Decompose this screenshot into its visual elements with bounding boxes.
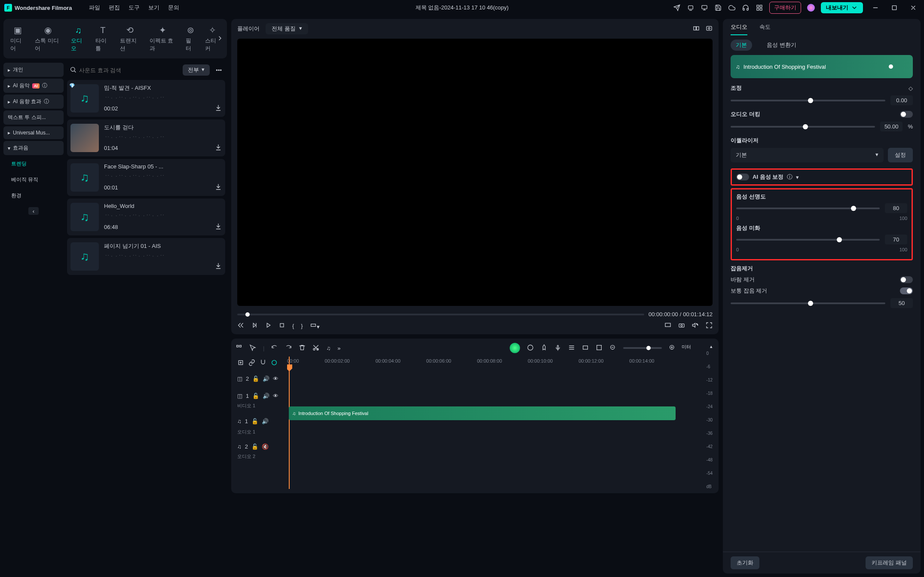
sidebar-collapse-button[interactable]: ‹ (28, 207, 39, 215)
list-item[interactable]: 도시를 걷다⠐⠂⠄⠠⠐⠂⠄⠠⠐⠂⠄⠠⠐⠂⠄⠠⠐⠂01:04 (67, 119, 225, 156)
subtab-basic[interactable]: 기본 (731, 40, 752, 51)
track-head-a2[interactable]: ♫2🔓🔇 (236, 438, 287, 455)
nav-next-icon[interactable] (217, 35, 223, 43)
more-options-button[interactable]: ••• (213, 65, 224, 75)
track-head-v1[interactable]: ◫1🔓🔊👁 (236, 387, 287, 404)
stop-button[interactable] (278, 322, 285, 330)
menu-view[interactable]: 보기 (148, 4, 159, 12)
clarity-value[interactable]: 80 (885, 203, 907, 213)
sidebar-ai-sfx[interactable]: ▸AI 음향 효과ⓘ (3, 95, 64, 109)
link-button[interactable] (248, 359, 255, 367)
track-head-a1[interactable]: ♫1🔓🔊 (236, 412, 287, 430)
download-icon[interactable] (215, 183, 222, 192)
adjust-slider[interactable] (731, 100, 885, 101)
normal-noise-toggle[interactable] (900, 287, 913, 294)
menu-edit[interactable]: 편집 (109, 4, 120, 12)
grid-tool[interactable] (236, 344, 242, 352)
cursor-tool[interactable] (249, 344, 256, 352)
eq-settings-button[interactable]: 설정 (888, 148, 913, 162)
tab-media[interactable]: ▣미디어 (7, 23, 29, 54)
sidebar-universal[interactable]: ▸Universal Mus... (3, 126, 64, 139)
minimize-button[interactable] (869, 3, 882, 13)
adjust-value[interactable]: 0.00 (890, 95, 913, 105)
purchase-button[interactable]: 구매하기 (769, 2, 801, 14)
display-settings-button[interactable] (664, 322, 671, 330)
normal-noise-value[interactable]: 50 (890, 298, 913, 308)
camera-icon[interactable] (678, 322, 685, 330)
keyframe-panel-button[interactable]: 키프레임 패널 (866, 556, 913, 569)
delete-button[interactable] (299, 344, 306, 352)
keyframe-diamond-icon[interactable]: ◇ (909, 85, 913, 92)
sort-icon[interactable]: ▴ (710, 344, 713, 350)
mark-in-button[interactable]: { (292, 323, 294, 329)
tab-audio[interactable]: ♫오디오 (67, 24, 89, 54)
maximize-button[interactable] (888, 3, 901, 13)
wind-toggle[interactable] (900, 276, 913, 283)
download-icon[interactable] (215, 263, 222, 271)
mute-icon[interactable]: 🔊 (263, 393, 269, 399)
device-icon[interactable] (687, 4, 695, 12)
color-match-button[interactable] (527, 344, 534, 352)
sidebar-basic-music[interactable]: 베이직 뮤직 (3, 173, 64, 187)
sidebar-ai-music[interactable]: ▸AI 음악AIⓘ (3, 79, 64, 93)
cut-button[interactable] (312, 344, 319, 352)
tab-titles[interactable]: T타이틀 (92, 24, 114, 54)
track-v1[interactable] (287, 386, 676, 403)
marker-button[interactable] (541, 344, 548, 352)
menu-file[interactable]: 파일 (89, 4, 100, 12)
list-item[interactable]: ♫ 페이지 넘기기 01 - AIS⠐⠂⠄⠠⠐⠂⠄⠠⠐⠂⠄⠠⠐⠂⠄⠠⠐⠂ (67, 238, 225, 275)
more-tools-button[interactable]: » (337, 345, 340, 351)
zoom-slider[interactable] (623, 347, 662, 349)
auto-ripple-button[interactable] (271, 359, 278, 367)
undo-button[interactable] (271, 344, 278, 352)
snapshot-icon[interactable] (706, 25, 713, 33)
send-icon[interactable] (673, 4, 681, 12)
list-item[interactable]: ♫💎 밈-적 발견 - AISFX⠐⠂⠄⠠⠐⠂⠄⠠⠐⠂⠄⠠⠐⠂⠄⠠⠐⠂00:02 (67, 80, 225, 117)
compare-icon[interactable] (693, 25, 700, 33)
tab-speed[interactable]: 속도 (759, 23, 771, 35)
zoom-in-button[interactable] (669, 344, 676, 352)
ai-assistant-button[interactable] (510, 343, 520, 353)
magnet-button[interactable] (260, 359, 266, 367)
audio-clip[interactable]: ♫Introduction Of Shopping Festival (289, 406, 676, 420)
menu-tools[interactable]: 도구 (129, 4, 140, 12)
subtab-voice-changer[interactable]: 음성 변환기 (762, 40, 802, 51)
sidebar-personal[interactable]: ▸개인 (3, 63, 64, 77)
export-button[interactable]: 내보내기 (821, 2, 863, 13)
beautify-value[interactable]: 70 (885, 235, 907, 244)
audio-edit-button[interactable]: ♫ (326, 345, 330, 351)
ducking-toggle[interactable] (900, 111, 913, 118)
beautify-slider[interactable] (736, 239, 880, 241)
eye-icon[interactable]: 👁 (273, 393, 278, 399)
download-icon[interactable] (215, 104, 222, 113)
eq-preset-select[interactable]: 기본▾ (731, 148, 884, 162)
ai-voice-toggle[interactable] (736, 174, 749, 180)
zoom-out-button[interactable] (609, 344, 616, 352)
sidebar-trending[interactable]: 트렌딩 (3, 157, 64, 171)
list-item[interactable]: ♫ Hello_World⠐⠂⠄⠠⠐⠂⠄⠠⠐⠂⠄⠠⠐⠂⠄⠠⠐⠂06:48 (67, 198, 225, 235)
redo-button[interactable] (285, 344, 292, 352)
ducking-value[interactable]: 50.00 (880, 122, 903, 131)
cloud-icon[interactable] (728, 4, 736, 12)
user-avatar[interactable] (807, 4, 815, 12)
wave-playhead[interactable] (889, 64, 893, 69)
track-a2[interactable] (287, 424, 676, 441)
track-v2[interactable] (287, 367, 676, 384)
crop-button[interactable] (596, 344, 603, 352)
mark-out-button[interactable]: } (301, 323, 303, 329)
prev-frame-button[interactable] (237, 322, 244, 330)
mute-icon[interactable]: 🔊 (263, 376, 269, 382)
track-a1[interactable]: ♫Introduction Of Shopping Festival (287, 405, 676, 422)
quality-dropdown[interactable]: 전체 품질▾ (266, 23, 308, 34)
render-preview-button[interactable] (582, 344, 589, 352)
lock-icon[interactable]: 🔓 (252, 376, 259, 382)
track-head-v2[interactable]: ◫2🔓🔊👁 (236, 370, 287, 387)
tab-effects[interactable]: ✦이펙트 효과 (146, 23, 180, 54)
clip-wave[interactable]: ♫ Introduction Of Shopping Festival (731, 55, 913, 78)
menu-help[interactable]: 문의 (168, 4, 179, 12)
clarity-slider[interactable] (736, 208, 880, 209)
play-pause-button[interactable] (251, 322, 258, 330)
save-icon[interactable] (714, 4, 722, 12)
headphones-icon[interactable] (742, 4, 750, 12)
voice-record-claude[interactable] (554, 344, 561, 352)
